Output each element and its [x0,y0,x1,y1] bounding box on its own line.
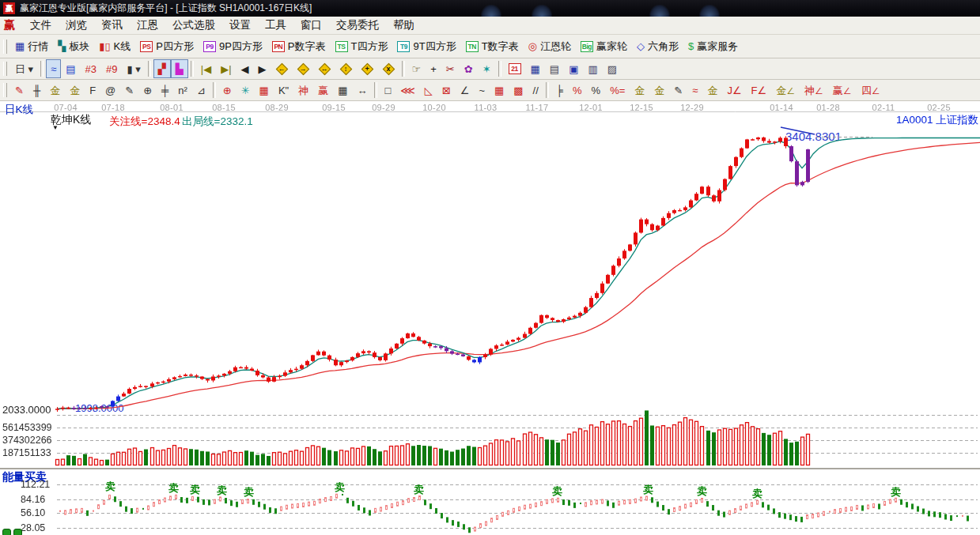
status-bar-icon[interactable] [13,529,22,535]
date-tick-02-25: 02-25 [923,103,955,112]
status-bar-icon[interactable] [2,529,11,535]
date-tick-12-29: 12-29 [676,103,708,112]
sell-marker: 卖 [552,484,562,499]
date-tick-08-01: 08-01 [156,103,187,112]
sell-marker: 卖 [414,483,424,497]
chart-area: 1998.0000 3404.8301 日K线 乾坤K线 ▼ 关注线=2348.… [0,101,980,535]
volume-axis-label: 374302266 [2,435,55,446]
sell-marker: 卖 [244,485,254,499]
sell-marker: 卖 [752,487,762,501]
attention-line-label: 关注线=2348.4 [109,115,180,129]
price-min-label: 2033.0000 [2,404,51,416]
sell-marker: 卖 [105,480,115,494]
indicator-axis-label: 112.21 [21,479,73,490]
kline-chart-canvas[interactable] [0,0,980,535]
date-tick-01-28: 01-28 [812,103,844,112]
indicator-axis-label: 28.05 [21,522,73,533]
date-tick-12-01: 12-01 [575,103,607,112]
indicator-axis-label: 84.16 [21,494,73,505]
exit-line-label: 出局线=2332.1 [182,115,253,129]
volume-axis-label: 561453399 [2,422,55,433]
sell-marker: 卖 [891,485,901,499]
indicator-axis-label: 56.10 [21,507,73,518]
date-tick-10-20: 10-20 [418,103,450,112]
sell-marker: 卖 [697,484,707,499]
date-tick-07-18: 07-18 [97,103,129,112]
date-tick-11-17: 11-17 [521,103,553,112]
sell-marker: 卖 [190,483,200,497]
qiankun-dropdown-arrow-icon[interactable]: ▼ [52,124,59,131]
date-tick-11-03: 11-03 [470,103,501,112]
sell-marker: 卖 [217,484,227,498]
symbol-label: 1A0001 上证指数 [896,113,978,127]
date-tick-07-04: 07-04 [50,103,81,112]
application-window: 赢 赢家江恩专业版[赢家内部服务平台] - [上证指数 SH1A0001-167… [0,0,980,535]
date-tick-01-14: 01-14 [766,103,797,112]
date-tick-02-11: 02-11 [868,103,899,112]
volume-axis-label: 187151133 [2,447,55,458]
date-tick-09-15: 09-15 [318,103,350,112]
date-tick-08-15: 08-15 [208,103,240,112]
date-tick-12-15: 12-15 [626,103,657,112]
sell-marker: 卖 [335,480,345,495]
sell-marker: 卖 [168,481,179,495]
kline-period-label[interactable]: 日K线 [5,103,33,117]
sell-marker: 卖 [643,483,653,497]
date-tick-09-29: 09-29 [368,103,399,112]
date-tick-08-29: 08-29 [261,103,293,112]
